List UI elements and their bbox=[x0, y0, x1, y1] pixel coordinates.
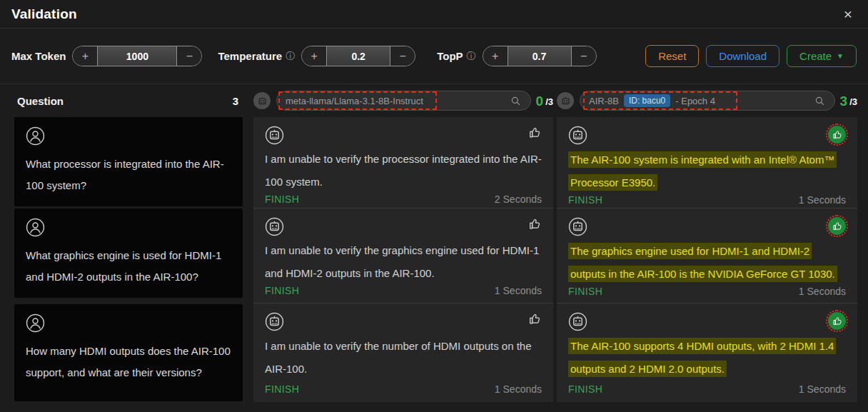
column-header-row: Question 3 meta-llama/Llama-3.1-8B-Instr… bbox=[0, 84, 868, 117]
model-a-score-total: /3 bbox=[545, 96, 553, 108]
model-b-id-badge: ID: bacu0 bbox=[624, 94, 670, 107]
create-button[interactable]: Create ▼ bbox=[787, 45, 857, 67]
question-text: What processor is integrated into the AI… bbox=[26, 154, 231, 196]
robot-icon bbox=[568, 217, 587, 236]
question-text: What graphics engine is used for HDMI-1 … bbox=[26, 245, 231, 288]
topp-stepper: + 0.7 − bbox=[483, 46, 597, 66]
status-badge: FINISH bbox=[568, 286, 602, 297]
model-a-column: I am unable to verify the processor inte… bbox=[253, 117, 553, 402]
model-a-search-input[interactable]: meta-llama/Llama-3.1-8B-Instruct bbox=[276, 91, 531, 111]
max-token-label: Max Token bbox=[11, 50, 66, 62]
robot-icon bbox=[253, 92, 271, 109]
thumbs-up-icon[interactable] bbox=[528, 126, 542, 140]
answer-text: I am unable to verify the processor inte… bbox=[265, 148, 542, 194]
user-icon bbox=[26, 126, 45, 146]
chevron-down-icon: ▼ bbox=[837, 52, 844, 60]
highlighted-answer: The AIR-100 supports 4 HDMI outputs, wit… bbox=[568, 338, 836, 377]
highlighted-answer: The AIR-100 system is integrated with an… bbox=[568, 151, 837, 191]
status-badge: FINISH bbox=[568, 194, 602, 206]
question-card: What processor is integrated into the AI… bbox=[14, 117, 243, 206]
thumbs-up-approved-icon[interactable] bbox=[828, 217, 846, 235]
info-icon: ⓘ bbox=[467, 50, 476, 63]
status-badge: FINISH bbox=[265, 194, 299, 205]
model-b-search-input[interactable]: AIR-8B ID: bacu0 - Epoch 4 bbox=[580, 91, 835, 111]
user-icon bbox=[26, 218, 45, 237]
temperature-increment-button[interactable]: + bbox=[302, 46, 326, 66]
max-token-value[interactable]: 1000 bbox=[97, 46, 177, 66]
thumbs-up-icon[interactable] bbox=[528, 217, 542, 231]
answer-card: The AIR-100 system is integrated with an… bbox=[557, 117, 857, 208]
reset-button-label: Reset bbox=[658, 50, 686, 62]
search-icon[interactable] bbox=[510, 95, 522, 107]
user-icon bbox=[26, 313, 45, 333]
model-b-column: The AIR-100 system is integrated with an… bbox=[557, 117, 857, 402]
status-badge: FINISH bbox=[265, 383, 299, 395]
question-column: What processor is integrated into the AI… bbox=[14, 117, 243, 401]
response-time: 2 Seconds bbox=[495, 194, 542, 205]
thumbs-up-approved-icon[interactable] bbox=[828, 126, 846, 144]
temperature-value[interactable]: 0.2 bbox=[326, 46, 390, 66]
topp-label: TopP bbox=[437, 50, 463, 62]
response-time: 1 Seconds bbox=[799, 286, 846, 297]
answer-card: I am unable to verify the processor inte… bbox=[253, 117, 553, 208]
status-badge: FINISH bbox=[568, 383, 602, 395]
download-button-label: Download bbox=[719, 50, 767, 62]
response-time: 1 Seconds bbox=[495, 383, 542, 395]
robot-icon bbox=[557, 92, 574, 109]
max-token-decrement-button[interactable]: − bbox=[177, 46, 201, 66]
answer-card: The AIR-100 supports 4 HDMI outputs, wit… bbox=[557, 303, 857, 402]
create-button-label: Create bbox=[799, 50, 832, 62]
response-time: 1 Seconds bbox=[799, 383, 846, 395]
validation-dialog: Validation × Max Token + 1000 − Temperat… bbox=[0, 0, 868, 412]
model-b-name: AIR-8B bbox=[589, 96, 619, 106]
topp-increment-button[interactable]: + bbox=[483, 46, 508, 66]
robot-icon bbox=[265, 126, 284, 145]
temperature-decrement-button[interactable]: − bbox=[390, 46, 415, 66]
reset-button[interactable]: Reset bbox=[645, 45, 699, 67]
model-a-score-value: 0 bbox=[536, 94, 544, 108]
model-b-score-value: 3 bbox=[840, 94, 848, 108]
annotation-red-ring bbox=[826, 124, 848, 146]
max-token-stepper: + 1000 − bbox=[72, 46, 202, 66]
thumbs-up-icon[interactable] bbox=[528, 312, 542, 326]
robot-icon bbox=[265, 312, 284, 331]
temperature-stepper: + 0.2 − bbox=[301, 46, 415, 66]
close-icon[interactable]: × bbox=[844, 6, 852, 21]
max-token-increment-button[interactable]: + bbox=[73, 46, 97, 66]
question-header-label: Question bbox=[17, 95, 64, 107]
topp-decrement-button[interactable]: − bbox=[572, 46, 596, 66]
answer-text: I am unable to verify the graphics engin… bbox=[265, 239, 542, 285]
model-a-name: meta-llama/Llama-3.1-8B-Instruct bbox=[286, 96, 423, 106]
robot-icon bbox=[265, 217, 284, 236]
info-icon: ⓘ bbox=[286, 50, 295, 63]
answer-card: I am unable to verify the graphics engin… bbox=[253, 208, 553, 303]
question-card: How many HDMI outputs does the AIR-100 s… bbox=[14, 304, 243, 401]
search-icon[interactable] bbox=[814, 95, 826, 107]
annotation-red-ring bbox=[826, 215, 848, 237]
answer-text: The graphics engine used for HDMI-1 and … bbox=[568, 240, 846, 286]
answer-text: The AIR-100 system is integrated with an… bbox=[568, 149, 846, 194]
robot-icon bbox=[568, 126, 587, 145]
highlighted-answer: The graphics engine used for HDMI-1 and … bbox=[568, 243, 837, 282]
annotation-red-ring bbox=[826, 310, 848, 332]
temperature-label: Temperature bbox=[218, 50, 282, 62]
controls-bar: Max Token + 1000 − Temperature ⓘ + 0.2 −… bbox=[0, 29, 868, 84]
response-time: 1 Seconds bbox=[495, 285, 542, 296]
model-b-score: 3 /3 bbox=[840, 94, 857, 108]
answer-text: I am unable to verify the number of HDMI… bbox=[265, 335, 542, 383]
robot-icon bbox=[568, 312, 587, 331]
topp-value[interactable]: 0.7 bbox=[508, 46, 572, 66]
download-button[interactable]: Download bbox=[706, 45, 779, 67]
response-time: 1 Seconds bbox=[799, 194, 846, 206]
thumbs-up-approved-icon[interactable] bbox=[828, 312, 846, 330]
question-card: What graphics engine is used for HDMI-1 … bbox=[14, 208, 243, 298]
model-b-column-header: AIR-8B ID: bacu0 - Epoch 4 3 /3 bbox=[557, 91, 857, 111]
title-bar: Validation × bbox=[0, 0, 868, 29]
model-b-score-total: /3 bbox=[849, 96, 857, 108]
question-text: How many HDMI outputs does the AIR-100 s… bbox=[26, 341, 231, 383]
page-title: Validation bbox=[11, 6, 77, 22]
answer-card: The graphics engine used for HDMI-1 and … bbox=[557, 208, 857, 303]
model-a-column-header: meta-llama/Llama-3.1-8B-Instruct 0 /3 bbox=[253, 91, 553, 111]
model-b-epoch: - Epoch 4 bbox=[675, 96, 715, 106]
answer-card: I am unable to verify the number of HDMI… bbox=[253, 303, 553, 402]
